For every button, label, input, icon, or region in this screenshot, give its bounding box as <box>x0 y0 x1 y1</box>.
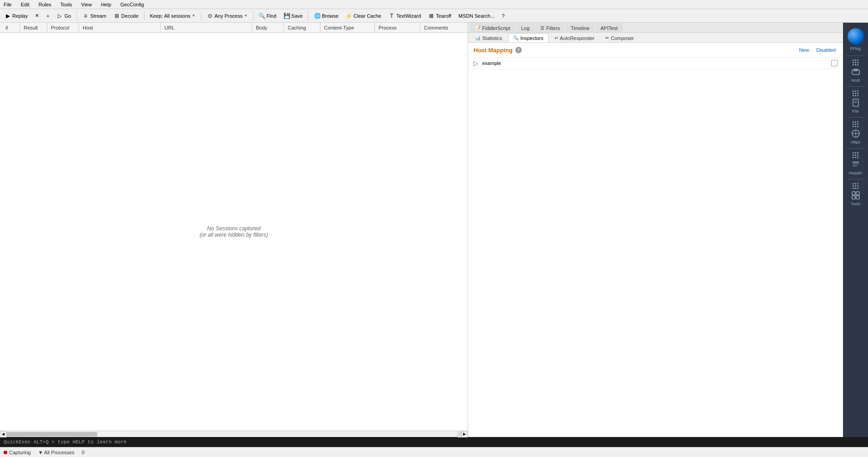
add-button[interactable]: + <box>44 10 52 21</box>
host-mapping-panel: Host Mapping ? New Disabled ▷ example <box>468 43 843 437</box>
host-mapping-actions: New Disabled <box>797 46 838 54</box>
close-button[interactable]: ✕ <box>32 10 42 21</box>
help-button[interactable]: ? <box>499 10 507 21</box>
tab-statistics[interactable]: 📊 Statistics <box>470 33 507 42</box>
capture-status[interactable]: Capturing <box>4 450 31 455</box>
separator-3 <box>201 11 201 20</box>
quickexec-bar[interactable]: QuickExec ALT+Q > type HELP to learn mor… <box>0 437 868 447</box>
menu-help[interactable]: Help <box>99 1 113 8</box>
host-mapping-header: Host Mapping ? New Disabled <box>468 43 843 58</box>
save-button[interactable]: 💾 Save <box>281 10 305 21</box>
empty-line1: No Sessions captured <box>207 225 260 232</box>
sidebar-divider-1 <box>846 55 866 56</box>
col-header-comments[interactable]: Comments <box>420 23 466 32</box>
sidebar-divider-2 <box>846 86 866 87</box>
new-mapping-button[interactable]: New <box>797 46 811 54</box>
decode-button[interactable]: ⊞ Decode <box>111 10 141 21</box>
save-icon: 💾 <box>284 13 290 19</box>
tab-filters[interactable]: ☰ Filters <box>535 23 565 32</box>
col-header-result[interactable]: Result <box>20 23 47 32</box>
col-header-host[interactable]: Host <box>79 23 161 32</box>
status-bar: Capturing ▼ All Processes 0 <box>0 447 868 457</box>
host-mapping-info-icon[interactable]: ? <box>515 47 522 53</box>
session-count: 0 <box>82 450 85 455</box>
fplug-label: FPlug <box>848 46 864 51</box>
process-filter[interactable]: ▼ All Processes <box>38 450 75 455</box>
go-button[interactable]: ▷ Go <box>54 10 74 21</box>
right-panel: 📝 FiddlerScript Log ☰ Filters Timeline A… <box>468 23 843 437</box>
browse-icon: 🌐 <box>314 13 320 19</box>
menu-file[interactable]: File <box>2 1 14 8</box>
keep-button[interactable]: Keep: All sessions ▼ <box>147 10 198 21</box>
find-button[interactable]: 🔍 Find <box>256 10 279 21</box>
menu-tools[interactable]: Tools <box>59 1 74 8</box>
tab-composer[interactable]: ✏ Composer <box>600 33 639 42</box>
msdn-search-button[interactable]: MSDN Search... <box>456 10 497 21</box>
tools-icon <box>850 190 861 201</box>
svg-rect-12 <box>856 192 859 195</box>
fplug-area: FPlug <box>848 25 864 55</box>
host-mapping-title: Host Mapping ? <box>474 47 522 54</box>
session-panel: # Result Protocol Host URL Body Caching … <box>0 23 468 437</box>
disabled-button[interactable]: Disabled <box>814 46 838 54</box>
tab-inspectors[interactable]: 🔍 Inspectors <box>508 33 549 42</box>
col-header-protocol[interactable]: Protocol <box>47 23 79 32</box>
svg-rect-11 <box>852 192 855 195</box>
composer-icon: ✏ <box>605 35 609 40</box>
col-header-caching[interactable]: Caching <box>284 23 320 32</box>
tab-autoresponder[interactable]: ↩ AutoResponder <box>549 33 599 42</box>
host-icon <box>850 66 861 77</box>
browse-button[interactable]: 🌐 Browse <box>311 10 341 21</box>
col-header-num[interactable]: # <box>2 23 20 32</box>
go-icon: ▷ <box>57 13 63 19</box>
tab-apitest[interactable]: APITest <box>595 23 623 32</box>
clear-cache-button[interactable]: ⚡ Clear Cache <box>343 10 384 21</box>
https-dots <box>853 121 858 127</box>
host-mapping-entry: ▷ example <box>468 58 843 69</box>
separator-5 <box>308 11 309 20</box>
tab-fiddlerscript[interactable]: 📝 FiddlerScript <box>470 23 515 32</box>
tearoff-button[interactable]: ⊠ Tearoff <box>425 10 454 21</box>
menu-bar: File Edit Rules Tools View Help GecConfi… <box>0 0 868 9</box>
col-header-body[interactable]: Body <box>252 23 284 32</box>
https-icon <box>850 128 861 139</box>
panel-divider[interactable]: ⋮ <box>458 431 461 437</box>
col-header-url[interactable]: URL <box>161 23 252 32</box>
fplug-sphere[interactable] <box>848 28 864 45</box>
stream-icon: ≡ <box>82 13 89 19</box>
tab-timeline[interactable]: Timeline <box>566 23 594 32</box>
find-icon: 🔍 <box>259 13 265 19</box>
host-dots <box>853 60 858 65</box>
menu-gecconfig[interactable]: GecConfig <box>119 1 146 8</box>
sidebar-item-tools[interactable]: Tools <box>843 180 868 209</box>
menu-view[interactable]: View <box>80 1 94 8</box>
menu-rules[interactable]: Rules <box>37 1 53 8</box>
svg-rect-13 <box>852 196 855 199</box>
entry-expand-icon[interactable]: ▷ <box>474 60 479 67</box>
process-icon: ⊙ <box>207 13 213 19</box>
scroll-thumb[interactable] <box>6 432 97 437</box>
any-process-button[interactable]: ⊙ Any Process ▼ <box>204 10 250 21</box>
sidebar-item-host[interactable]: Host <box>843 57 868 85</box>
tearoff-icon: ⊠ <box>428 13 434 19</box>
col-header-content-type[interactable]: Content-Type <box>320 23 375 32</box>
entry-checkbox[interactable] <box>831 60 838 66</box>
replay-button[interactable]: ▶ Replay <box>2 10 30 21</box>
text-wizard-button[interactable]: T TextWizard <box>386 10 424 21</box>
tabs-row-2: 📊 Statistics 🔍 Inspectors ↩ AutoResponde… <box>468 33 843 43</box>
inspectors-icon: 🔍 <box>513 35 519 40</box>
stream-button[interactable]: ≡ Stream <box>80 10 109 21</box>
scroll-right-button[interactable]: ▶ <box>461 431 468 437</box>
tab-log[interactable]: Log <box>516 23 534 32</box>
col-header-process[interactable]: Process <box>375 23 420 32</box>
sidebar-item-https[interactable]: Https <box>843 119 868 147</box>
scroll-track[interactable] <box>6 432 458 437</box>
tools-label: Tools <box>851 202 860 206</box>
horizontal-scrollbar[interactable]: ◀ ⋮ ▶ <box>0 431 468 437</box>
scroll-left-button[interactable]: ◀ <box>0 431 6 437</box>
sidebar-item-file[interactable]: File <box>843 88 868 116</box>
sidebar-item-header[interactable]: Header <box>843 149 868 178</box>
capture-dot <box>4 451 7 454</box>
capture-label: Capturing <box>9 450 31 455</box>
menu-edit[interactable]: Edit <box>19 1 31 8</box>
